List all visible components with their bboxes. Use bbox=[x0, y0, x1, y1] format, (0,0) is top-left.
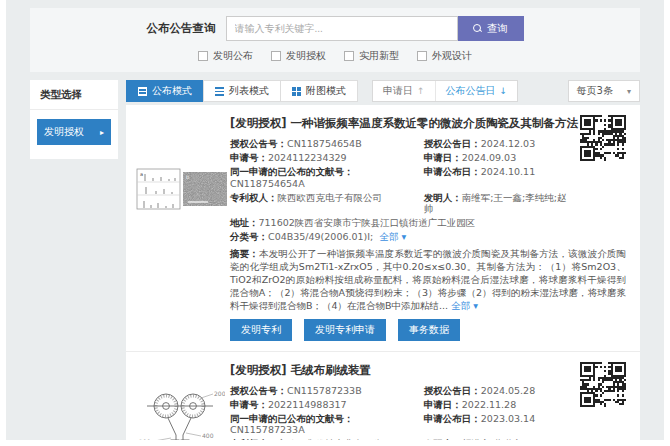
filter-invention-grant[interactable]: 发明授权 bbox=[271, 49, 326, 63]
tab-figure-mode[interactable]: 附图模式 bbox=[280, 80, 358, 102]
filter-label: 实用新型 bbox=[359, 49, 399, 63]
field-address: 地址：711602陕西省安康市宁陕县江口镇街道广工业园区 bbox=[230, 217, 570, 229]
search-button-label: 查询 bbox=[487, 22, 508, 36]
tab-publication-mode[interactable]: 公布模式 bbox=[126, 80, 204, 102]
sort-label: 公布公告日 bbox=[446, 84, 496, 98]
field-application-number: 申请号：2024112234329 bbox=[230, 152, 424, 164]
patent-title[interactable]: [发明授权] 一种谐振频率温度系数近零的微波介质陶瓷及其制备方法 bbox=[230, 116, 626, 131]
abstract-expand-link[interactable]: 全部 ▾ bbox=[451, 300, 478, 311]
sort-publication-date[interactable]: 公布公告日 ↓ bbox=[435, 81, 518, 101]
field-published-document: 同一申请的已公布的文献号：CN118754654A bbox=[230, 166, 424, 189]
field-patentee: 专利权人：宁陕县集优社实业有限公司 bbox=[230, 438, 424, 440]
search-section-title: 公布公告查询 bbox=[147, 21, 216, 36]
invention-application-button[interactable]: 发明专利申请 bbox=[304, 319, 386, 341]
search-input[interactable] bbox=[226, 16, 458, 41]
filter-invention-publication[interactable]: 发明公布 bbox=[198, 49, 253, 63]
search-section: 公布公告查询 查询 发明公布 发明授权 实用新型 外观设计 bbox=[30, 8, 640, 72]
publication-mode-icon bbox=[138, 87, 147, 96]
figure-mode-icon bbox=[292, 87, 296, 91]
field-application-date: 申请日：2022.11.28 bbox=[424, 399, 570, 411]
results-toolbar: 公布模式 列表模式 附图模式 申请日 ↑ 公布公告日 bbox=[126, 80, 640, 102]
page-size-select[interactable]: 每页3条 ▾ bbox=[568, 80, 640, 102]
filter-design[interactable]: 外观设计 bbox=[417, 49, 472, 63]
patent-title[interactable]: [发明授权] 毛绒布刷绒装置 bbox=[230, 363, 626, 378]
patent-card: [发明授权] 毛绒布刷绒装置 bbox=[126, 351, 640, 441]
field-publication-date: 申请公布日：2024.10.11 bbox=[424, 166, 570, 189]
page-background: 公布公告查询 查询 发明公布 发明授权 实用新型 外观设计 bbox=[6, 0, 664, 440]
sidebar-title: 类型选择 bbox=[30, 80, 118, 110]
tab-label: 公布模式 bbox=[152, 84, 192, 98]
filter-utility-model[interactable]: 实用新型 bbox=[344, 49, 399, 63]
sort-label: 申请日 bbox=[383, 84, 413, 98]
patent-line-drawing: 200 100 400 300 bbox=[139, 389, 225, 441]
figure-panel-a-label: a bbox=[140, 171, 143, 177]
invention-patent-button[interactable]: 发明专利 bbox=[230, 319, 292, 341]
field-patentee: 专利权人：陕西欧西克电子有限公司 bbox=[230, 192, 424, 215]
filter-label: 发明公布 bbox=[213, 49, 253, 63]
drawing-label-200: 200 bbox=[214, 390, 225, 397]
checkbox-icon[interactable] bbox=[417, 51, 427, 61]
chevron-down-icon: ▾ bbox=[627, 87, 631, 96]
list-mode-icon bbox=[215, 87, 224, 96]
sidebar-item-invention-grant[interactable]: 发明授权 ▸ bbox=[37, 119, 111, 145]
patent-thumbnail[interactable]: 200 100 400 300 bbox=[134, 385, 230, 441]
field-application-date: 申请日：2024.09.03 bbox=[424, 152, 570, 164]
transaction-data-button[interactable]: 事务数据 bbox=[398, 319, 460, 341]
patent-card: [发明授权] 一种谐振频率温度系数近零的微波介质陶瓷及其制备方法 bbox=[126, 105, 640, 351]
patent-thumbnail[interactable]: a b bbox=[134, 138, 230, 341]
qr-code bbox=[580, 115, 626, 161]
type-sidebar: 类型选择 发明授权 ▸ bbox=[30, 80, 118, 159]
field-grant-number: 授权公告号：CN118754654B bbox=[230, 138, 424, 150]
qr-code bbox=[580, 362, 626, 408]
sidebar-item-label: 发明授权 bbox=[44, 125, 84, 139]
field-publication-date: 申请公布日：2023.03.14 bbox=[424, 413, 570, 436]
sort-application-date[interactable]: 申请日 ↑ bbox=[373, 81, 435, 101]
field-grant-date: 授权公告日：2024.05.28 bbox=[424, 385, 570, 397]
sort-down-icon: ↓ bbox=[500, 86, 508, 96]
filter-label: 发明授权 bbox=[286, 49, 326, 63]
drawing-label-100: 100 bbox=[139, 438, 151, 441]
tab-label: 列表模式 bbox=[229, 84, 269, 98]
figure-panel-b-label: b bbox=[186, 174, 189, 180]
field-grant-number: 授权公告号：CN115787233B bbox=[230, 385, 424, 397]
checkbox-icon[interactable] bbox=[344, 51, 354, 61]
field-inventors: 发明人：南维军;王一鑫;李纯纯;赵帅 bbox=[424, 192, 570, 215]
filter-label: 外观设计 bbox=[432, 49, 472, 63]
results-panel: [发明授权] 一种谐振频率温度系数近零的微波介质陶瓷及其制备方法 bbox=[126, 105, 640, 440]
checkbox-icon[interactable] bbox=[198, 51, 208, 61]
classification-expand-link[interactable]: 全部 ▾ bbox=[379, 231, 406, 242]
patent-abstract: 摘要：本发明公开了一种谐振频率温度系数近零的微波介质陶瓷及其制备方法，该微波介质… bbox=[230, 247, 626, 312]
field-inventors: 发明人：颜洪亮;蒋道文 bbox=[424, 438, 570, 440]
field-classification: 分类号：C04B35/49(2006.01)I; 全部 ▾ bbox=[230, 231, 570, 243]
sort-up-icon: ↑ bbox=[417, 86, 425, 96]
search-button[interactable]: 查询 bbox=[458, 16, 524, 41]
tab-list-mode[interactable]: 列表模式 bbox=[203, 80, 281, 102]
patent-fields: 授权公告号：CN118754654B 授权公告日：2024.12.03 申请号：… bbox=[230, 138, 626, 243]
drawing-label-400: 400 bbox=[202, 432, 214, 439]
field-published-document: 同一申请的已公布的文献号：CN115787233A bbox=[230, 413, 424, 436]
patent-fields: 授权公告号：CN115787233B 授权公告日：2024.05.28 申请号：… bbox=[230, 385, 626, 441]
patent-type-filters: 发明公布 发明授权 实用新型 外观设计 bbox=[30, 49, 640, 63]
sort-group: 申请日 ↑ 公布公告日 ↓ bbox=[372, 80, 518, 102]
checkbox-icon[interactable] bbox=[271, 51, 281, 61]
xrd-sem-figure: a b bbox=[136, 168, 228, 212]
field-grant-date: 授权公告日：2024.12.03 bbox=[424, 138, 570, 150]
chevron-right-icon: ▸ bbox=[100, 128, 104, 137]
field-application-number: 申请号：2022114988317 bbox=[230, 399, 424, 411]
page-size-value: 每页3条 bbox=[577, 84, 613, 98]
search-icon bbox=[473, 24, 482, 33]
tab-label: 附图模式 bbox=[306, 84, 346, 98]
